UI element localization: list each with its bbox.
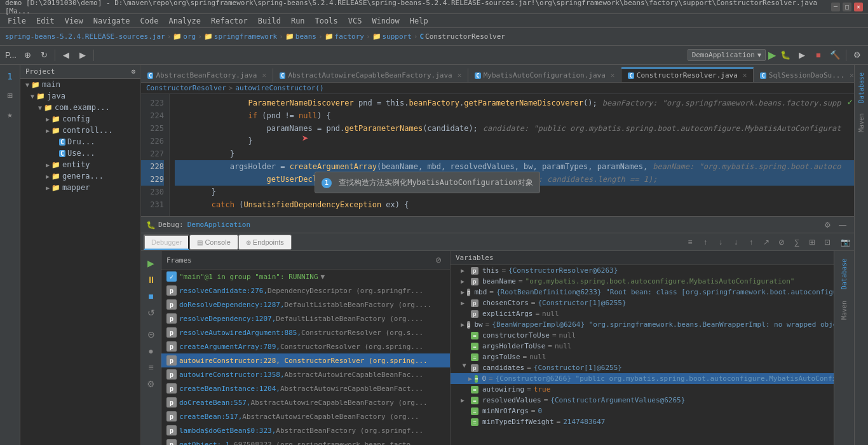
get-thread-dump-button[interactable]: ≡ <box>144 360 158 374</box>
menu-analyze[interactable]: Analyze <box>163 15 206 27</box>
tab-close-4[interactable]: ✕ <box>850 71 854 79</box>
forward-btn[interactable]: ▶ <box>76 48 90 62</box>
debug-tab-endpoints[interactable]: ⊛ Endpoints <box>238 235 292 250</box>
menu-navigate[interactable]: Navigate <box>88 15 135 27</box>
debug-step-out-btn[interactable]: ↑ <box>745 236 757 249</box>
build-button[interactable]: 🔨 <box>828 48 842 62</box>
run-config-dropdown[interactable]: DemoApplication ▼ <box>688 49 766 61</box>
menu-help[interactable]: Help <box>405 15 433 27</box>
var-autowiring[interactable]: ▶ = autowiring = true <box>451 384 834 395</box>
tree-item-config[interactable]: ▶ 📁 config <box>20 113 140 125</box>
right-icon-mvn[interactable]: Maven <box>857 108 866 137</box>
tab-abstract-autowire[interactable]: C AbstractAutowireCapableBeanFactory.jav… <box>273 68 468 82</box>
frame-8[interactable]: p doCreateBean:557, AbstractAutowireCapa… <box>161 395 450 409</box>
mute-breakpoints-button[interactable]: ⊝ <box>144 327 158 341</box>
debug-app-name[interactable]: DemoApplication <box>187 221 250 229</box>
close-button[interactable]: ✕ <box>854 3 863 11</box>
var-explicitargs[interactable]: ▶ p explicitArgs = null <box>451 308 834 319</box>
menu-view[interactable]: View <box>60 15 88 27</box>
var-bw[interactable]: ▶ p bw = {BeanWrapperImpl@6264} "org.spr… <box>451 319 834 330</box>
tree-item-use[interactable]: ▶ C Use... <box>20 147 140 159</box>
tree-item-main[interactable]: ▼ 📁 main <box>20 79 140 90</box>
frame-7[interactable]: p createBeanInstance:1204, AbstractAutow… <box>161 381 450 395</box>
tab-sqlsession[interactable]: C SqlSessionDaoSu... ✕ <box>754 68 854 82</box>
run-button[interactable]: ▶ <box>768 49 776 61</box>
back-btn[interactable]: ◀ <box>59 48 73 62</box>
var-resolvedvalues[interactable]: ▶ = resolvedValues = {ConstructorArgumen… <box>451 395 834 406</box>
breadcrumb-method[interactable]: autowireConstructor() <box>235 84 323 92</box>
minimize-button[interactable]: ─ <box>831 3 840 11</box>
settings-btn[interactable]: ⚙ <box>850 48 864 62</box>
menu-file[interactable]: File <box>3 15 31 27</box>
frame-11[interactable]: p getObject:-1, 697508322 (org.springfra… <box>161 437 450 445</box>
frame-3[interactable]: p resolveAutowiredArgument:885, Construc… <box>161 325 450 339</box>
debug-restore-btn[interactable]: ≡ <box>684 236 696 249</box>
var-expand-bw[interactable]: ▶ <box>461 321 465 328</box>
stop-debug-button[interactable]: ■ <box>144 289 158 303</box>
frame-5[interactable]: p autowireConstructor:228, ConstructorRe… <box>161 353 450 367</box>
tab-close-3[interactable]: ✕ <box>743 71 747 79</box>
menu-build[interactable]: Build <box>253 15 286 27</box>
sidebar-icon-structure[interactable]: ⊞ <box>1 86 19 104</box>
debug-camera-btn[interactable]: 📷 <box>839 236 851 249</box>
nav-jar[interactable]: spring-beans-5.2.4.RELEASE-sources.jar <box>5 32 165 41</box>
var-expand-candidates[interactable]: ▶ <box>461 364 468 372</box>
debug-tab-debugger[interactable]: Debugger <box>144 235 189 250</box>
debug-up-btn[interactable]: ↑ <box>699 236 712 249</box>
tab-abstract-bean-factory[interactable]: C AbstractBeanFactory.java ✕ <box>141 68 273 82</box>
var-expand-this[interactable]: ▶ <box>461 267 468 274</box>
var-minnrofargs[interactable]: ▶ = minNrOfArgs = 0 <box>451 406 834 416</box>
sidebar-icon-favorites[interactable]: ★ <box>1 106 19 123</box>
add-btn[interactable]: ⊕ <box>20 48 34 62</box>
right-icon-db[interactable]: Database <box>857 67 866 108</box>
sync-btn[interactable]: ↻ <box>37 48 51 62</box>
frame-4[interactable]: p createArgumentArray:789, ConstructorRe… <box>161 339 450 353</box>
tab-close-2[interactable]: ✕ <box>611 71 615 79</box>
tree-item-java[interactable]: ▼ 📁 java <box>20 90 140 102</box>
view-breakpoints-button[interactable]: ● <box>144 344 158 358</box>
var-argstouse[interactable]: ▶ = argsToUse = null <box>451 352 834 362</box>
frame-expand-main[interactable]: ▼ <box>321 273 325 281</box>
stop-button[interactable]: ■ <box>811 48 825 62</box>
tree-item-mapper[interactable]: ▶ 📁 mapper <box>20 182 140 193</box>
var-expand-beanname[interactable]: ▶ <box>461 278 468 285</box>
code-content[interactable]: ParameterNameDiscoverer pnd = this.beanF… <box>170 94 854 216</box>
nav-factory[interactable]: factory <box>335 32 364 41</box>
nav-support[interactable]: support <box>383 32 412 41</box>
debug-settings-button[interactable]: ⚙ <box>821 219 834 231</box>
right-icon-database[interactable]: Database <box>839 254 849 294</box>
var-mbd[interactable]: ▶ p mbd = {RootBeanDefinition@6233} "Roo… <box>451 287 834 298</box>
tree-item-com[interactable]: ▼ 📁 com.examp... <box>20 102 140 113</box>
tab-close-1[interactable]: ✕ <box>458 71 462 79</box>
var-expand-mbd[interactable]: ▶ <box>461 289 465 296</box>
resume-button[interactable]: ▶ <box>144 256 158 270</box>
nav-org[interactable]: org <box>183 32 196 41</box>
coverage-button[interactable]: ▶ <box>795 48 809 62</box>
menu-refactor[interactable]: Refactor <box>206 15 253 27</box>
debug-run-to-cursor-btn[interactable]: ↗ <box>760 236 773 249</box>
debug-button[interactable]: 🐛 <box>778 48 792 62</box>
maximize-button[interactable]: □ <box>843 3 851 11</box>
frames-filter-btn[interactable]: ⊘ <box>432 254 445 266</box>
pause-button[interactable]: ⏸ <box>144 273 158 287</box>
settings-debug-button[interactable]: ⚙ <box>144 377 158 391</box>
nav-springframework[interactable]: springframework <box>214 32 277 41</box>
var-constructortouse[interactable]: ▶ = constructorToUse = null <box>451 330 834 341</box>
var-candidates[interactable]: ▶ p candidates = {Constructor[1]@6255} <box>451 362 834 373</box>
debug-eval-btn[interactable]: ∑ <box>790 236 803 249</box>
sidebar-icon-project[interactable]: 1 <box>1 67 19 85</box>
debug-more-btn[interactable]: ⊞ <box>806 236 818 249</box>
breadcrumb-class[interactable]: ConstructorResolver <box>146 84 226 92</box>
var-expand-chosenctors[interactable]: ▶ <box>461 299 468 306</box>
menu-window[interactable]: Window <box>367 15 404 27</box>
frame-main[interactable]: ✓ "main"@1 in group "main": RUNNING ▼ <box>161 270 450 284</box>
var-mintypediffweight[interactable]: ▶ = minTypeDiffWeight = 2147483647 <box>451 416 834 427</box>
var-expand-rv[interactable]: ▶ <box>461 397 468 404</box>
frame-6[interactable]: p autowireConstructor:1358, AbstractAuto… <box>161 367 450 381</box>
var-chosenctors[interactable]: ▶ p chosenCtors = {Constructor[1]@6255} <box>451 298 834 308</box>
menu-run[interactable]: Run <box>286 15 310 27</box>
tree-item-genera[interactable]: ▶ 📁 genera... <box>20 170 140 182</box>
frame-1[interactable]: p doResolveDependency:1287, DefaultLista… <box>161 298 450 312</box>
var-this[interactable]: ▶ p this = {ConstructorResolver@6263} <box>451 265 834 276</box>
tab-mybatis[interactable]: C MybatisAutoConfiguration.java ✕ <box>468 68 621 82</box>
